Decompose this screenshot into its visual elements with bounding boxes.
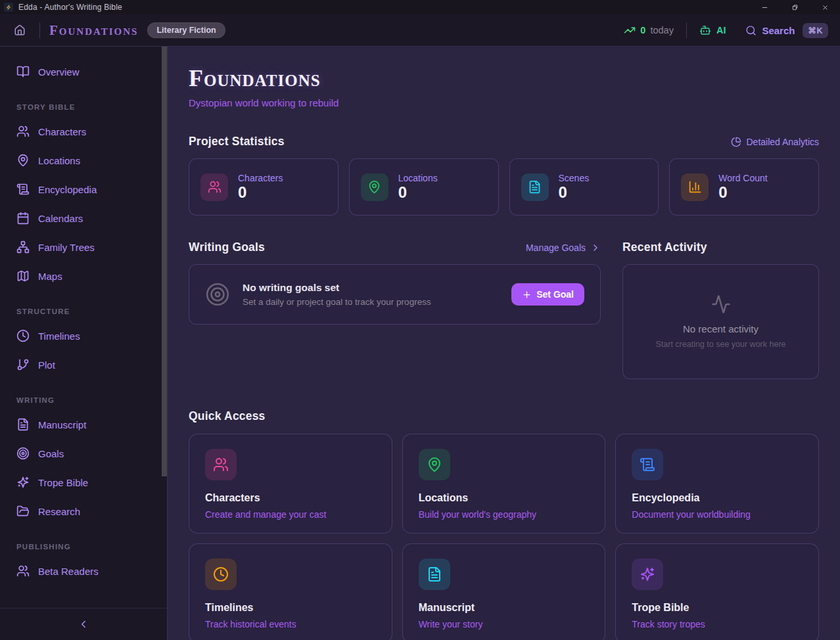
sidebar-item-timelines[interactable]: Timelines <box>0 321 167 350</box>
sidebar-item-research[interactable]: Research <box>0 497 167 526</box>
quick-access-card-locations[interactable]: LocationsBuild your world's geography <box>402 434 606 534</box>
stat-value: 0 <box>238 184 283 201</box>
home-icon <box>14 24 26 36</box>
sidebar-section: Story BibleCharactersLocationsEncycloped… <box>0 97 167 290</box>
chevron-right-icon <box>590 242 601 253</box>
stats-heading: Project Statistics <box>189 135 285 149</box>
minimize-icon <box>761 4 768 11</box>
sidebar-item-label: Trope Bible <box>38 477 88 488</box>
detailed-analytics-link[interactable]: Detailed Analytics <box>731 137 819 147</box>
stat-label: Locations <box>398 173 438 183</box>
search-button[interactable]: Search <box>745 25 795 36</box>
quick-card-desc: Document your worldbuilding <box>632 509 803 520</box>
close-icon <box>822 4 829 11</box>
sidebar-item-manuscript[interactable]: Manuscript <box>0 410 167 439</box>
activity-empty-title: No recent activity <box>683 323 758 334</box>
activity-icon <box>711 294 731 314</box>
quick-card-title: Characters <box>205 492 376 504</box>
search-shortcut-badge: ⌘K <box>803 23 828 38</box>
target-icon <box>16 447 30 460</box>
page-title: Foundations <box>189 65 819 92</box>
sidebar-section-header: Publishing <box>0 536 167 557</box>
maximize-button[interactable] <box>780 0 810 14</box>
sidebar-item-plot[interactable]: Plot <box>0 350 167 379</box>
page-subtitle: Dystopian world working to rebuild <box>189 97 819 108</box>
trending-up-icon <box>624 24 636 36</box>
chevron-left-icon <box>78 618 89 630</box>
sidebar-item-label: Research <box>38 506 80 517</box>
project-title: Foundations <box>49 22 138 39</box>
map-pin-icon <box>367 180 381 194</box>
sparkles-icon <box>640 566 655 582</box>
search-label: Search <box>762 25 795 36</box>
map-icon <box>16 269 30 283</box>
sidebar-item-label: Locations <box>38 155 80 166</box>
set-goal-button[interactable]: Set Goal <box>511 283 584 306</box>
quick-icon-tile <box>419 559 450 590</box>
recent-activity-card: No recent activity Start creating to see… <box>622 264 819 379</box>
quick-access-card-trope-bible[interactable]: Trope BibleTrack story tropes <box>615 543 819 640</box>
sidebar-item-label: Family Trees <box>38 242 95 253</box>
stat-icon-tile <box>521 173 549 201</box>
window-title: Edda - Author's Writing Bible <box>18 3 122 12</box>
activity-empty-desc: Start creating to see your work here <box>655 340 785 349</box>
sidebar-item-overview[interactable]: Overview <box>0 57 167 86</box>
sidebar-item-encyclopedia[interactable]: Encyclopedia <box>0 175 167 204</box>
sidebar-collapse-button[interactable] <box>0 608 167 640</box>
nav-divider <box>39 22 40 38</box>
map-pin-icon <box>427 457 442 472</box>
sidebar: OverviewStory BibleCharactersLocationsEn… <box>0 47 168 640</box>
writing-goals-card: No writing goals set Set a daily or proj… <box>189 264 601 325</box>
sidebar-item-beta-readers[interactable]: Beta Readers <box>0 557 167 585</box>
sidebar-section: WritingManuscriptGoalsTrope BibleResearc… <box>0 390 167 526</box>
ai-button[interactable]: AI <box>699 24 726 36</box>
home-button[interactable] <box>9 20 30 41</box>
stat-card-locations: Locations0 <box>349 158 499 216</box>
quick-access-card-characters[interactable]: CharactersCreate and manage your cast <box>189 434 392 534</box>
users-icon <box>213 457 229 472</box>
sidebar-section: Overview <box>0 57 167 86</box>
chart-column-icon <box>688 180 702 194</box>
sidebar-item-family-trees[interactable]: Family Trees <box>0 233 167 262</box>
sidebar-item-characters[interactable]: Characters <box>0 117 167 146</box>
stat-value: 0 <box>398 184 438 201</box>
quick-access-card-timelines[interactable]: TimelinesTrack historical events <box>189 543 392 640</box>
quick-card-title: Manuscript <box>419 602 590 614</box>
users-icon <box>16 125 30 138</box>
quick-card-desc: Track historical events <box>205 619 376 629</box>
quick-access-heading: Quick Access <box>189 409 266 423</box>
sidebar-item-goals[interactable]: Goals <box>0 439 167 468</box>
minimize-button[interactable] <box>749 0 780 14</box>
stat-label: Word Count <box>718 173 767 183</box>
close-button[interactable] <box>810 0 840 14</box>
goals-heading: Writing Goals <box>189 240 265 254</box>
target-icon <box>205 282 230 307</box>
quick-access-card-manuscript[interactable]: ManuscriptWrite your story <box>402 543 606 640</box>
sidebar-item-locations[interactable]: Locations <box>0 146 167 175</box>
quick-access-grid: CharactersCreate and manage your castLoc… <box>189 434 819 640</box>
quick-icon-tile <box>419 449 450 480</box>
sidebar-item-label: Calendars <box>38 213 83 224</box>
top-navigation: Foundations Literary Fiction 0 today AI … <box>0 14 840 47</box>
stat-text: Scenes0 <box>559 173 590 201</box>
sidebar-item-calendars[interactable]: Calendars <box>0 204 167 233</box>
quick-access-card-encyclopedia[interactable]: EncyclopediaDocument your worldbuilding <box>615 434 819 534</box>
titlebar: Edda - Author's Writing Bible <box>0 0 840 14</box>
stat-value: 0 <box>718 184 767 201</box>
map-pin-icon <box>16 154 30 167</box>
manage-goals-link[interactable]: Manage Goals <box>526 242 601 253</box>
sidebar-section-header: Writing <box>0 390 167 410</box>
words-today-count: 0 <box>640 25 645 35</box>
file-text-icon <box>528 180 542 194</box>
sidebar-section: StructureTimelinesPlot <box>0 301 167 379</box>
stats-grid: Characters0Locations0Scenes0Word Count0 <box>189 158 819 216</box>
users-icon <box>16 564 30 578</box>
quick-card-desc: Track story tropes <box>632 619 803 629</box>
users-icon <box>208 180 222 194</box>
sidebar-item-trope-bible[interactable]: Trope Bible <box>0 468 167 497</box>
sidebar-scrollbar[interactable] <box>162 47 167 476</box>
network-icon <box>16 240 30 254</box>
detailed-analytics-label: Detailed Analytics <box>746 137 819 147</box>
sidebar-item-maps[interactable]: Maps <box>0 262 167 290</box>
words-today-stat: 0 today <box>624 24 674 36</box>
